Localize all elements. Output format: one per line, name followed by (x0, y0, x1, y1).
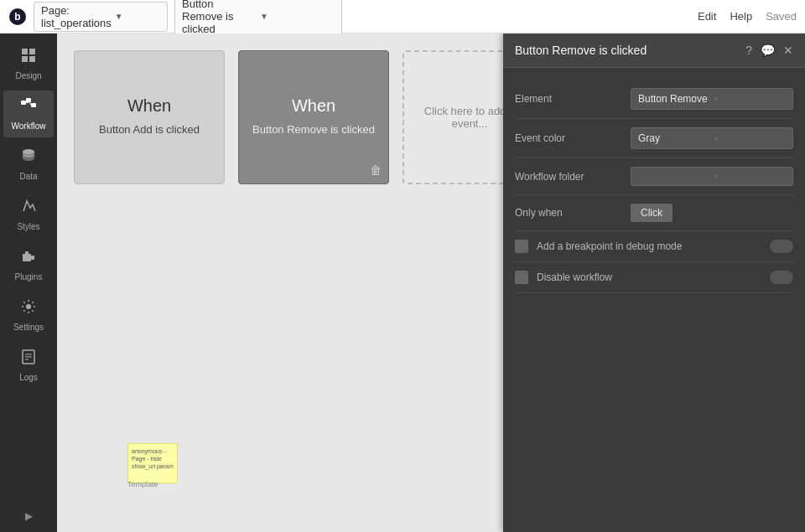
plugins-icon (20, 248, 37, 269)
settings-icon (20, 298, 37, 319)
panel-disable-label: Disable workflow (537, 271, 612, 283)
svg-rect-13 (31, 256, 34, 260)
panel-close-icon[interactable]: ✕ (783, 44, 793, 57)
sidebar-item-workflow[interactable]: Workflow (3, 90, 54, 137)
event-panel: Button Remove is clicked ? 💬 ✕ Element B… (503, 34, 805, 532)
panel-workflow-folder-arrow: ▼ (712, 172, 786, 181)
svg-point-15 (26, 304, 31, 309)
panel-event-color-label: Event color (515, 132, 624, 144)
panel-event-color-value: Gray (638, 132, 712, 144)
panel-header: Button Remove is clicked ? 💬 ✕ (503, 34, 805, 68)
panel-row-only-when: Only when Click (515, 195, 793, 231)
card-add-desc: Button Add is clicked (99, 122, 200, 137)
styles-icon (20, 198, 37, 219)
panel-title: Button Remove is clicked (515, 44, 739, 57)
workflow-card-remove[interactable]: When Button Remove is clicked 🗑 (238, 50, 389, 184)
panel-row-workflow-folder: Workflow folder ▼ (515, 158, 793, 195)
panel-row-event-color: Event color Gray ▼ (515, 119, 793, 158)
panel-comment-icon[interactable]: 💬 (761, 44, 775, 57)
workflow-icon (20, 97, 37, 118)
card-add-when: When (127, 96, 171, 116)
sidebar-item-settings[interactable]: Settings (3, 292, 54, 338)
sidebar-item-logs[interactable]: Logs (3, 342, 54, 389)
event-dropdown-arrow: ▼ (260, 12, 335, 21)
panel-element-arrow: ▼ (712, 95, 786, 104)
svg-rect-5 (29, 56, 35, 62)
top-bar-actions: Edit Help Saved (698, 10, 797, 23)
panel-workflow-folder-select[interactable]: ▼ (631, 167, 793, 186)
top-bar: b Page: list_operations ▼ Button Remove … (0, 0, 805, 34)
sidebar-item-design[interactable]: Design (3, 40, 54, 87)
panel-row-element: Element Button Remove ▼ (515, 80, 793, 119)
svg-rect-3 (29, 49, 35, 54)
panel-element-value: Button Remove (638, 93, 712, 105)
svg-rect-6 (21, 101, 26, 105)
sidebar-collapse[interactable]: ▶ (25, 510, 33, 522)
sidebar-label-workflow: Workflow (12, 121, 46, 131)
sidebar-item-plugins[interactable]: Plugins (3, 241, 54, 288)
panel-element-label: Element (515, 93, 624, 105)
panel-event-color-arrow: ▼ (712, 134, 786, 143)
sidebar-label-settings: Settings (13, 323, 44, 332)
saved-status: Saved (766, 10, 797, 23)
sidebar-item-data[interactable]: Data (3, 141, 54, 188)
sidebar-label-styles: Styles (17, 222, 39, 231)
app-logo: b (8, 8, 27, 26)
sidebar-item-styles[interactable]: Styles (3, 191, 54, 238)
sidebar: Design Workflow (0, 34, 57, 532)
svg-rect-4 (22, 56, 28, 62)
panel-only-when-btn[interactable]: Click (631, 204, 673, 222)
workflow-card-add[interactable]: When Button Add is clicked (74, 50, 225, 184)
help-menu[interactable]: Help (730, 10, 752, 23)
panel-disable-checkbox[interactable] (515, 271, 528, 284)
card-remove-when: When (292, 96, 335, 116)
page-dropdown-arrow: ▼ (115, 12, 160, 21)
sidebar-label-logs: Logs (19, 373, 38, 382)
logs-icon (20, 349, 37, 369)
event-selector[interactable]: Button Remove is clicked ▼ (174, 0, 342, 38)
sidebar-label-data: Data (19, 172, 37, 181)
panel-header-icons: ? 💬 ✕ (745, 44, 793, 57)
panel-row-breakpoint: Add a breakpoint in debug mode (515, 231, 793, 262)
panel-element-select[interactable]: Button Remove ▼ (631, 88, 793, 110)
data-icon (20, 147, 37, 168)
sidebar-label-design: Design (15, 71, 41, 80)
svg-rect-2 (22, 49, 28, 54)
svg-rect-12 (23, 254, 31, 261)
panel-breakpoint-toggle[interactable] (770, 240, 793, 253)
panel-disable-toggle[interactable] (770, 271, 793, 284)
svg-rect-8 (31, 103, 36, 107)
edit-menu[interactable]: Edit (698, 10, 716, 23)
main-layout: Design Workflow (0, 34, 805, 532)
panel-workflow-folder-label: Workflow folder (515, 171, 624, 183)
panel-help-icon[interactable]: ? (745, 44, 752, 57)
svg-rect-14 (25, 251, 29, 255)
panel-breakpoint-label: Add a breakpoint in debug mode (537, 240, 682, 252)
panel-only-when-label: Only when (515, 207, 624, 219)
workflow-content: When Button Add is clicked When Button R… (57, 34, 805, 532)
card-remove-delete-icon[interactable]: 🗑 (370, 163, 382, 177)
svg-text:b: b (14, 11, 20, 23)
panel-body: Element Button Remove ▼ Event color Gray… (503, 68, 805, 305)
design-icon (20, 47, 37, 68)
template-label: Template (127, 480, 158, 488)
page-selector[interactable]: Page: list_operations ▼ (34, 2, 168, 32)
sidebar-label-plugins: Plugins (15, 272, 43, 281)
panel-breakpoint-checkbox[interactable] (515, 240, 528, 253)
template-note[interactable]: anonymous - Page - hide show_url param (127, 443, 178, 483)
panel-row-disable: Disable workflow (515, 262, 793, 293)
card-remove-desc: Button Remove is clicked (252, 122, 375, 137)
panel-event-color-select[interactable]: Gray ▼ (631, 127, 793, 149)
